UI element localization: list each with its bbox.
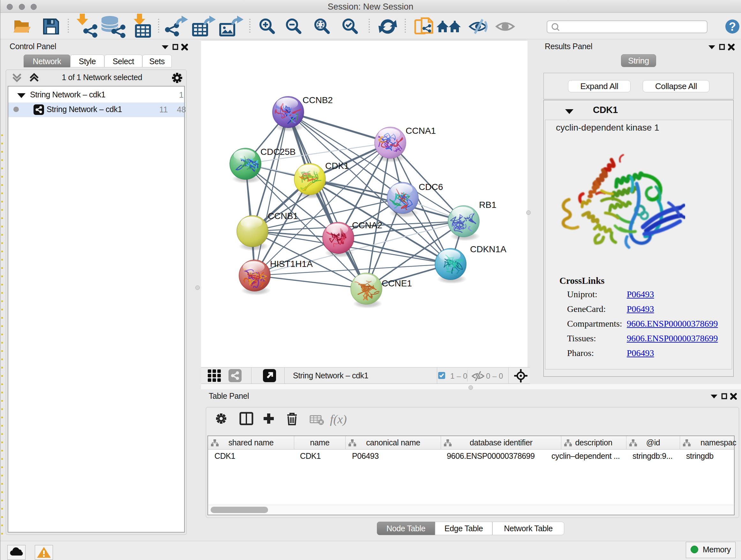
svg-text:CDC6: CDC6 (419, 182, 443, 192)
svg-text:HIST1H1A: HIST1H1A (270, 259, 313, 269)
svg-text:CDKN1A: CDKN1A (470, 244, 507, 254)
svg-text:?: ? (729, 20, 736, 33)
svg-text:RB1: RB1 (479, 200, 496, 210)
svg-text:CCNB2: CCNB2 (302, 95, 333, 105)
svg-text:CDC25B: CDC25B (260, 147, 295, 157)
svg-text:CCNB1: CCNB1 (268, 211, 298, 221)
svg-text:CCNA1: CCNA1 (406, 126, 436, 136)
svg-text:CCNE1: CCNE1 (382, 278, 412, 288)
svg-text:CDK1: CDK1 (325, 161, 349, 171)
svg-text:CCNA2: CCNA2 (352, 220, 382, 230)
svg-text:f(x): f(x) (330, 413, 347, 426)
